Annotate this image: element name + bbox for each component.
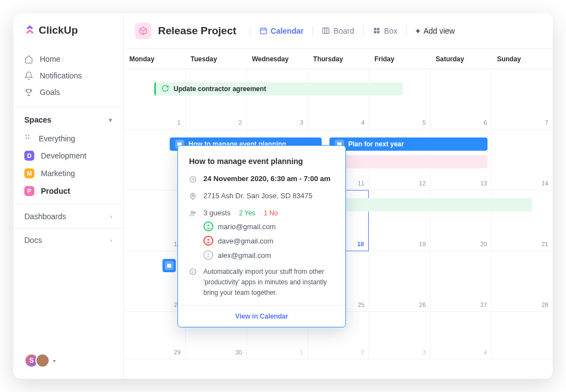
nav-notifications[interactable]: Notifications: [13, 67, 123, 84]
calendar-cell[interactable]: [491, 312, 553, 359]
svg-point-17: [207, 225, 209, 226]
day-number: 11: [358, 180, 364, 187]
view-in-calendar-button[interactable]: View in Calendar: [178, 305, 345, 327]
space-product[interactable]: P Product: [13, 182, 123, 200]
calendar-cell[interactable]: 28: [491, 251, 553, 311]
guest-avatar-icon: [203, 250, 213, 260]
svg-point-2: [25, 137, 27, 139]
day-number: 2: [239, 119, 242, 126]
space-everything[interactable]: Everything: [13, 130, 123, 147]
day-number: 1: [177, 119, 181, 126]
space-marketing[interactable]: M Marketing: [13, 165, 123, 182]
chevron-down-icon: ▾: [109, 116, 112, 124]
add-view-button[interactable]: + Add view: [410, 23, 460, 39]
calendar-cell[interactable]: 7: [491, 69, 553, 129]
event-green-stripe[interactable]: [342, 198, 532, 211]
svg-rect-5: [323, 28, 329, 34]
nav-goals[interactable]: Goals: [13, 84, 123, 100]
space-label: Everything: [39, 134, 75, 143]
calendar-cell[interactable]: 6: [430, 69, 491, 129]
svg-rect-6: [374, 28, 376, 30]
calendar-cell[interactable]: 4: [308, 69, 369, 129]
spaces-header[interactable]: Spaces ▾: [13, 107, 123, 130]
project-title[interactable]: Release Project: [135, 23, 237, 39]
refresh-icon: [161, 84, 169, 94]
svg-point-16: [193, 212, 195, 214]
brand-logo[interactable]: ClickUp: [13, 24, 123, 47]
day-number: 12: [419, 180, 426, 187]
view-label: Board: [333, 27, 354, 35]
user-switcher[interactable]: S ▾: [24, 353, 56, 368]
home-icon: [24, 55, 33, 63]
cube-icon: [135, 23, 151, 39]
view-tabs: Calendar Board Box + Add view: [249, 23, 460, 39]
section-label: Docs: [24, 236, 42, 245]
day-number: 1: [300, 349, 303, 356]
svg-point-1: [28, 135, 29, 136]
event-label: Update contractor agreement: [174, 85, 266, 93]
day-number: 7: [545, 119, 548, 126]
svg-rect-4: [260, 28, 266, 34]
guest-item[interactable]: alex@gmail.com: [203, 250, 334, 260]
svg-point-0: [25, 135, 27, 136]
sidebar: ClickUp Home Notifications Goals: [13, 13, 124, 379]
view-calendar[interactable]: Calendar: [254, 23, 310, 39]
svg-point-15: [191, 211, 193, 214]
calendar-cell[interactable]: 5: [369, 69, 430, 129]
nav-label: Notifications: [40, 71, 82, 80]
guest-avatar-icon: [203, 236, 213, 246]
app-window: ClickUp Home Notifications Goals: [13, 13, 553, 379]
calendar-cell[interactable]: 14: [491, 130, 553, 190]
calendar-cell[interactable]: 22: [124, 251, 185, 311]
guest-email: alex@gmail.com: [218, 251, 271, 259]
grid-icon: [24, 134, 32, 143]
space-badge: M: [24, 168, 34, 178]
calendar-cell[interactable]: 26: [369, 251, 430, 311]
event-next-year[interactable]: Plan for next year: [329, 137, 488, 151]
calendar-cell[interactable]: 27: [430, 251, 491, 311]
event-label: Plan for next year: [348, 140, 404, 148]
calendar-cell[interactable]: 3: [369, 312, 430, 359]
guest-item[interactable]: mario@gmail.com: [203, 221, 334, 231]
event-update-contract[interactable]: Update contractor agreement: [154, 82, 403, 96]
svg-rect-7: [377, 28, 379, 30]
day-header: Monday: [124, 49, 185, 68]
guest-item[interactable]: dave@gmail.com: [203, 236, 334, 246]
view-box[interactable]: Box: [367, 23, 403, 39]
guests-no: 1 No: [264, 209, 277, 217]
space-badge: D: [24, 151, 34, 161]
calendar-cell[interactable]: 2: [185, 69, 247, 129]
calendar-icon: [165, 261, 174, 270]
calendar-cell[interactable]: 29: [124, 312, 185, 359]
guest-list: mario@gmail.com dave@gmail.com alex@gmai…: [203, 221, 334, 260]
divider: [406, 26, 407, 36]
divider: [363, 26, 364, 36]
trophy-icon: [24, 88, 33, 97]
svg-point-19: [207, 253, 209, 255]
svg-point-18: [207, 239, 209, 241]
calendar-week: 1 2 3 4 5 6 7 Update contractor agreemen…: [124, 69, 553, 130]
event-stub[interactable]: [163, 259, 176, 272]
calendar-icon: [259, 27, 268, 35]
space-development[interactable]: D Development: [13, 147, 123, 165]
calendar-cell[interactable]: 4: [430, 312, 491, 359]
day-number: 3: [422, 349, 426, 356]
calendar-cell[interactable]: 15: [124, 190, 185, 251]
view-board[interactable]: Board: [316, 23, 359, 39]
popover-title: How to manage event planning: [189, 157, 334, 166]
section-dashboards[interactable]: Dashboards ›: [13, 204, 123, 228]
box-icon: [373, 27, 381, 35]
day-number: 21: [542, 241, 548, 247]
day-number: 28: [542, 301, 548, 308]
section-docs[interactable]: Docs ›: [13, 228, 123, 252]
brand-name: ClickUp: [39, 24, 78, 36]
event-pink[interactable]: [342, 155, 488, 168]
guest-email: mario@gmail.com: [218, 223, 276, 231]
calendar-cell[interactable]: 1: [124, 69, 185, 129]
guest-email: dave@gmail.com: [218, 237, 274, 245]
calendar-cell[interactable]: 3: [247, 69, 308, 129]
day-number: 5: [422, 119, 426, 126]
nav-home[interactable]: Home: [13, 51, 123, 67]
day-number: 6: [484, 119, 487, 126]
board-icon: [322, 27, 330, 35]
